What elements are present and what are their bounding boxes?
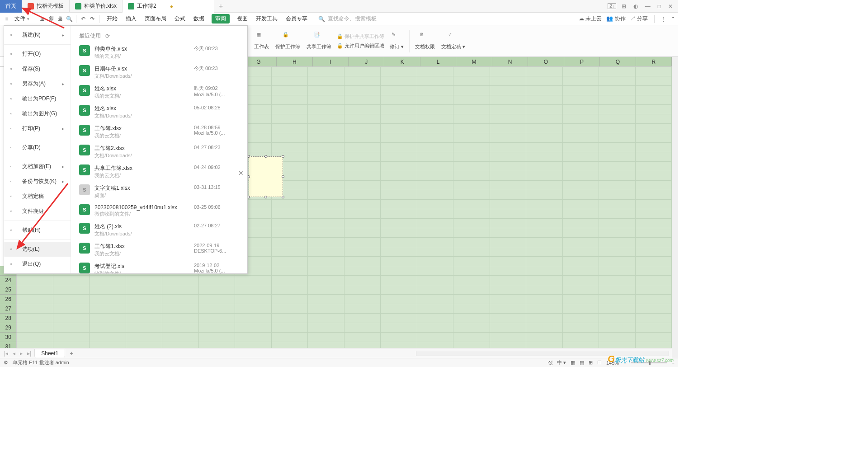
ribbon-worksheet[interactable]: ▦工作表: [251, 32, 272, 50]
cell[interactable]: [272, 124, 308, 133]
cell[interactable]: [308, 333, 344, 342]
user-icon[interactable]: ◐: [632, 2, 640, 10]
cell[interactable]: [272, 105, 308, 114]
recent-file-item[interactable]: S 文字文稿1.xlsx桌面/ 03-31 13:15: [71, 182, 247, 202]
cell[interactable]: [636, 76, 672, 86]
cell[interactable]: [417, 209, 453, 219]
cell[interactable]: [490, 219, 526, 228]
cell[interactable]: [417, 266, 453, 276]
cell[interactable]: [636, 314, 672, 323]
cell[interactable]: [453, 114, 490, 124]
recent-file-item[interactable]: S 种类单价.xlsx我的云文档/ 今天 08:23: [71, 42, 247, 62]
cell[interactable]: [90, 323, 126, 333]
cell[interactable]: [526, 162, 562, 171]
cell[interactable]: [308, 257, 344, 266]
menu-start[interactable]: 开始: [106, 14, 118, 24]
hamburger-icon[interactable]: ≡: [3, 15, 11, 23]
col-header[interactable]: K: [384, 57, 420, 66]
cell[interactable]: [344, 86, 381, 95]
cell[interactable]: [526, 342, 562, 348]
cell[interactable]: [636, 238, 672, 247]
cell[interactable]: [490, 200, 526, 209]
coop-button[interactable]: 👥 协作: [606, 15, 625, 23]
cell[interactable]: [308, 76, 344, 86]
cell[interactable]: [308, 105, 344, 114]
cell[interactable]: [272, 209, 308, 219]
row-header[interactable]: 26: [0, 295, 17, 304]
cell[interactable]: [563, 219, 599, 228]
side-panel[interactable]: [672, 57, 678, 367]
cell[interactable]: [417, 67, 453, 76]
cell[interactable]: [417, 190, 453, 200]
cell[interactable]: [272, 143, 308, 152]
cell[interactable]: [381, 162, 417, 171]
cell[interactable]: [308, 190, 344, 200]
cell[interactable]: [381, 152, 417, 162]
cell[interactable]: [344, 342, 381, 348]
cell[interactable]: [344, 190, 381, 200]
cell[interactable]: [453, 95, 490, 105]
cell[interactable]: [599, 219, 635, 228]
cell[interactable]: [381, 209, 417, 219]
cell[interactable]: [490, 295, 526, 304]
cell[interactable]: [453, 143, 490, 152]
cell[interactable]: [490, 190, 526, 200]
cell[interactable]: [526, 200, 562, 209]
save2-icon[interactable]: 🗐: [47, 15, 55, 23]
cell[interactable]: [344, 76, 381, 86]
cell[interactable]: [599, 304, 635, 314]
share-button[interactable]: ↗ 分享: [630, 15, 648, 23]
cell[interactable]: [490, 342, 526, 348]
file-menu-share[interactable]: ▫分享(D): [4, 140, 71, 155]
cell[interactable]: [235, 333, 271, 342]
cell[interactable]: [344, 209, 381, 219]
cell[interactable]: [272, 228, 308, 238]
cell[interactable]: [563, 314, 599, 323]
cell[interactable]: [636, 86, 672, 95]
cell[interactable]: [417, 238, 453, 247]
col-header[interactable]: L: [420, 57, 456, 66]
cell[interactable]: [563, 200, 599, 209]
cell[interactable]: [526, 257, 562, 266]
cell[interactable]: [526, 285, 562, 295]
cell[interactable]: [126, 276, 162, 285]
cell[interactable]: [17, 342, 53, 348]
cell[interactable]: [563, 304, 599, 314]
cell[interactable]: [53, 276, 90, 285]
cell[interactable]: [417, 105, 453, 114]
cell[interactable]: [53, 304, 90, 314]
cell[interactable]: [308, 181, 344, 190]
tab-home[interactable]: 首页: [0, 0, 22, 13]
menu-formula[interactable]: 公式: [174, 14, 186, 24]
cell[interactable]: [599, 238, 635, 247]
cell[interactable]: [199, 304, 235, 314]
cell[interactable]: [636, 190, 672, 200]
cell[interactable]: [199, 276, 235, 285]
cell[interactable]: [526, 133, 562, 143]
cell[interactable]: [563, 276, 599, 285]
cell[interactable]: [17, 285, 53, 295]
cell[interactable]: [344, 257, 381, 266]
cell[interactable]: [490, 124, 526, 133]
row-header[interactable]: 30: [0, 333, 17, 342]
recent-file-item[interactable]: S 工作簿2.xlsx文档/Downloads/ 04-27 08:23: [71, 142, 247, 162]
cell[interactable]: [490, 238, 526, 247]
cell[interactable]: [344, 238, 381, 247]
cell[interactable]: [17, 323, 53, 333]
cell[interactable]: [599, 209, 635, 219]
col-header[interactable]: Q: [600, 57, 636, 66]
cell[interactable]: [599, 67, 635, 76]
file-menu-new[interactable]: ▫新建(N)▸: [4, 28, 71, 42]
cell[interactable]: [599, 247, 635, 257]
cell[interactable]: [490, 152, 526, 162]
cell[interactable]: [526, 171, 562, 181]
cell[interactable]: [381, 238, 417, 247]
cell[interactable]: [344, 200, 381, 209]
cell[interactable]: [272, 342, 308, 348]
file-menu-img[interactable]: ▫输出为图片(G): [4, 106, 71, 121]
cell[interactable]: [490, 105, 526, 114]
cell[interactable]: [417, 181, 453, 190]
cell[interactable]: [599, 266, 635, 276]
cell[interactable]: [526, 219, 562, 228]
cell[interactable]: [563, 105, 599, 114]
